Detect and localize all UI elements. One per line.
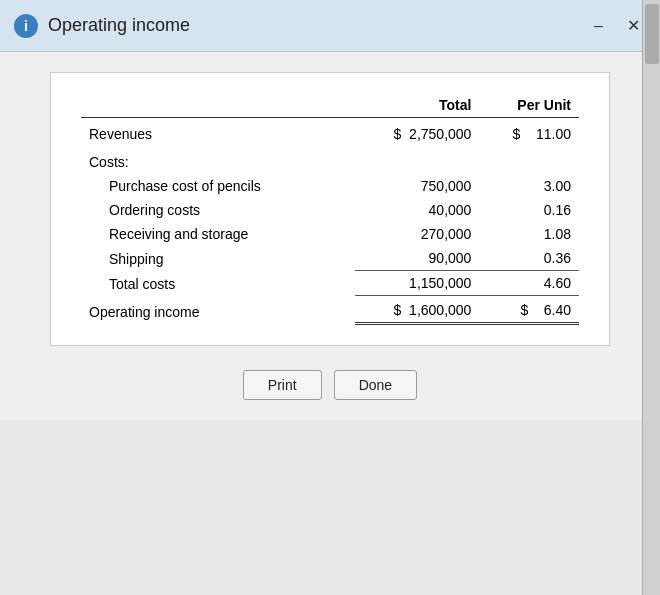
revenues-total: $ 2,750,000 bbox=[355, 118, 480, 147]
main-content: Total Per Unit Revenues $ 2,750,000 $ 11… bbox=[0, 52, 660, 420]
total-costs-total: 1,150,000 bbox=[355, 271, 480, 296]
header-perunit: Per Unit bbox=[479, 93, 579, 118]
revenues-perunit: $ 11.00 bbox=[479, 118, 579, 147]
financial-table-container: Total Per Unit Revenues $ 2,750,000 $ 11… bbox=[50, 72, 610, 346]
total-costs-perunit: 4.60 bbox=[479, 271, 579, 296]
table-row: Total costs 1,150,000 4.60 bbox=[81, 271, 579, 296]
operating-income-label: Operating income bbox=[81, 296, 355, 324]
table-row: Receiving and storage 270,000 1.08 bbox=[81, 222, 579, 246]
table-row: Shipping 90,000 0.36 bbox=[81, 246, 579, 271]
costs-label: Costs: bbox=[81, 146, 355, 174]
page-title: Operating income bbox=[48, 15, 190, 36]
info-icon: i bbox=[14, 14, 38, 38]
table-row: Ordering costs 40,000 0.16 bbox=[81, 198, 579, 222]
total-costs-label: Total costs bbox=[81, 271, 355, 296]
title-bar: i Operating income – ✕ bbox=[0, 0, 660, 52]
shipping-perunit: 0.36 bbox=[479, 246, 579, 271]
print-button[interactable]: Print bbox=[243, 370, 322, 400]
purchase-cost-perunit: 3.00 bbox=[479, 174, 579, 198]
header-label bbox=[81, 93, 355, 118]
operating-income-total: $ 1,600,000 bbox=[355, 296, 480, 324]
revenues-label: Revenues bbox=[81, 118, 355, 147]
table-row: Operating income $ 1,600,000 $ 6.40 bbox=[81, 296, 579, 324]
header-total: Total bbox=[355, 93, 480, 118]
scrollbar-thumb[interactable] bbox=[645, 4, 659, 64]
table-row: Revenues $ 2,750,000 $ 11.00 bbox=[81, 118, 579, 147]
table-row: Purchase cost of pencils 750,000 3.00 bbox=[81, 174, 579, 198]
table-header-row: Total Per Unit bbox=[81, 93, 579, 118]
ordering-costs-label: Ordering costs bbox=[81, 198, 355, 222]
operating-income-perunit: $ 6.40 bbox=[479, 296, 579, 324]
receiving-storage-total: 270,000 bbox=[355, 222, 480, 246]
purchase-cost-label: Purchase cost of pencils bbox=[81, 174, 355, 198]
receiving-storage-label: Receiving and storage bbox=[81, 222, 355, 246]
ordering-costs-perunit: 0.16 bbox=[479, 198, 579, 222]
ordering-costs-total: 40,000 bbox=[355, 198, 480, 222]
purchase-cost-total: 750,000 bbox=[355, 174, 480, 198]
shipping-label: Shipping bbox=[81, 246, 355, 271]
window-controls: – ✕ bbox=[588, 16, 646, 36]
shipping-total: 90,000 bbox=[355, 246, 480, 271]
done-button[interactable]: Done bbox=[334, 370, 417, 400]
scrollbar-panel bbox=[642, 0, 660, 595]
receiving-storage-perunit: 1.08 bbox=[479, 222, 579, 246]
operating-income-table: Total Per Unit Revenues $ 2,750,000 $ 11… bbox=[81, 93, 579, 325]
minimize-button[interactable]: – bbox=[588, 16, 609, 36]
table-row: Costs: bbox=[81, 146, 579, 174]
footer-buttons: Print Done bbox=[243, 370, 417, 400]
